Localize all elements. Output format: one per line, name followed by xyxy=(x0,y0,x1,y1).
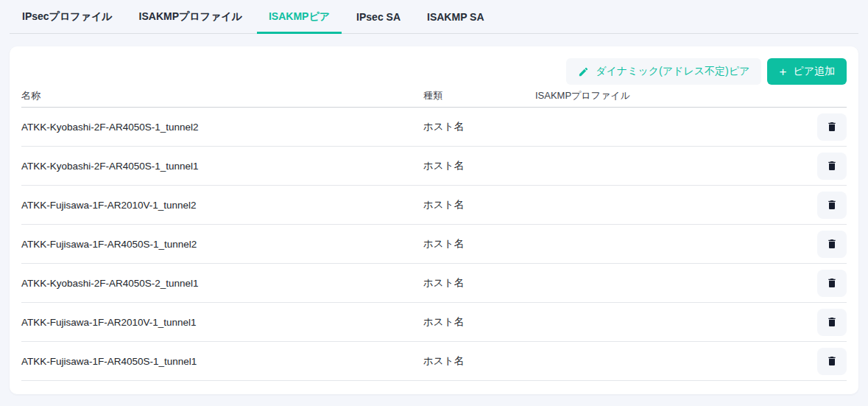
pencil-icon xyxy=(578,66,589,77)
tab-3[interactable]: ISAKMPピア xyxy=(255,0,343,33)
tab-label: ISAKMPピア xyxy=(269,10,330,24)
column-header-profile: ISAKMPプロファイル xyxy=(535,89,817,102)
delete-peer-button[interactable] xyxy=(817,153,847,180)
toolbar: ダイナミック(アドレス不定)ピア + ピア追加 xyxy=(21,58,847,85)
peer-type: ホスト名 xyxy=(423,237,535,251)
delete-peer-button[interactable] xyxy=(817,113,847,141)
trash-icon xyxy=(826,355,838,367)
delete-peer-button[interactable] xyxy=(817,348,847,375)
column-header-type: 種類 xyxy=(423,89,535,102)
tab-4[interactable]: IPsec SA xyxy=(343,0,414,33)
trash-icon xyxy=(826,277,838,289)
table-body: ATKK-Kyobashi-2F-AR4050S-1_tunnel2 ホスト名 … xyxy=(21,108,847,381)
dynamic-peer-button[interactable]: ダイナミック(アドレス不定)ピア xyxy=(566,58,761,85)
table-row: ATKK-Fujisawa-1F-AR2010V-1_tunnel1 ホスト名 xyxy=(21,303,847,342)
trash-icon xyxy=(826,199,838,211)
add-peer-button[interactable]: + ピア追加 xyxy=(767,58,847,85)
peer-list-card: ダイナミック(アドレス不定)ピア + ピア追加 名称 種類 ISAKMPプロファ… xyxy=(10,46,858,394)
table-row: ATKK-Kyobashi-2F-AR4050S-1_tunnel2 ホスト名 xyxy=(21,108,847,147)
table-row: ATKK-Fujisawa-1F-AR2010V-1_tunnel2 ホスト名 xyxy=(21,186,847,225)
table-row: ATKK-Kyobashi-2F-AR4050S-1_tunnel1 ホスト名 xyxy=(21,147,847,186)
peer-type: ホスト名 xyxy=(423,354,535,368)
tab-2[interactable]: ISAKMPプロファイル xyxy=(126,0,255,33)
peer-type: ホスト名 xyxy=(423,315,535,329)
tab-label: IPsecプロファイル xyxy=(22,10,113,24)
peer-name: ATKK-Fujisawa-1F-AR2010V-1_tunnel1 xyxy=(21,317,423,328)
peer-name: ATKK-Fujisawa-1F-AR4050S-1_tunnel1 xyxy=(21,356,423,367)
peer-name: ATKK-Fujisawa-1F-AR2010V-1_tunnel2 xyxy=(21,200,423,211)
trash-icon xyxy=(826,238,838,250)
peer-type: ホスト名 xyxy=(423,276,535,290)
add-peer-button-label: ピア追加 xyxy=(793,65,835,78)
delete-peer-button[interactable] xyxy=(817,192,847,219)
peer-type: ホスト名 xyxy=(423,120,535,133)
table-row: ATKK-Kyobashi-2F-AR4050S-2_tunnel1 ホスト名 xyxy=(21,264,847,303)
plus-icon: + xyxy=(779,66,786,78)
tab-label: ISAKMPプロファイル xyxy=(139,10,242,24)
peer-name: ATKK-Fujisawa-1F-AR4050S-1_tunnel2 xyxy=(21,239,423,250)
trash-icon xyxy=(826,316,838,328)
peer-name: ATKK-Kyobashi-2F-AR4050S-1_tunnel1 xyxy=(21,161,423,172)
trash-icon xyxy=(826,121,838,133)
delete-peer-button[interactable] xyxy=(817,309,847,336)
tab-1[interactable]: IPsecプロファイル xyxy=(10,0,126,33)
peer-type: ホスト名 xyxy=(423,198,535,211)
table-row: ATKK-Fujisawa-1F-AR4050S-1_tunnel2 ホスト名 xyxy=(21,225,847,264)
delete-peer-button[interactable] xyxy=(817,270,847,297)
delete-peer-button[interactable] xyxy=(817,231,847,258)
table-row: ATKK-Fujisawa-1F-AR4050S-1_tunnel1 ホスト名 xyxy=(21,342,847,381)
trash-icon xyxy=(826,160,838,172)
tab-5[interactable]: ISAKMP SA xyxy=(414,0,498,33)
peer-name: ATKK-Kyobashi-2F-AR4050S-1_tunnel2 xyxy=(21,122,423,133)
peer-name: ATKK-Kyobashi-2F-AR4050S-2_tunnel1 xyxy=(21,278,423,289)
tab-label: ISAKMP SA xyxy=(427,11,484,23)
peer-type: ホスト名 xyxy=(423,159,535,172)
dynamic-peer-button-label: ダイナミック(アドレス不定)ピア xyxy=(596,65,749,78)
column-header-name: 名称 xyxy=(21,89,423,102)
tab-bar: IPsecプロファイル ISAKMPプロファイル ISAKMPピア IPsec … xyxy=(10,0,858,34)
table-header-row: 名称 種類 ISAKMPプロファイル xyxy=(21,85,847,108)
tab-label: IPsec SA xyxy=(356,11,401,23)
